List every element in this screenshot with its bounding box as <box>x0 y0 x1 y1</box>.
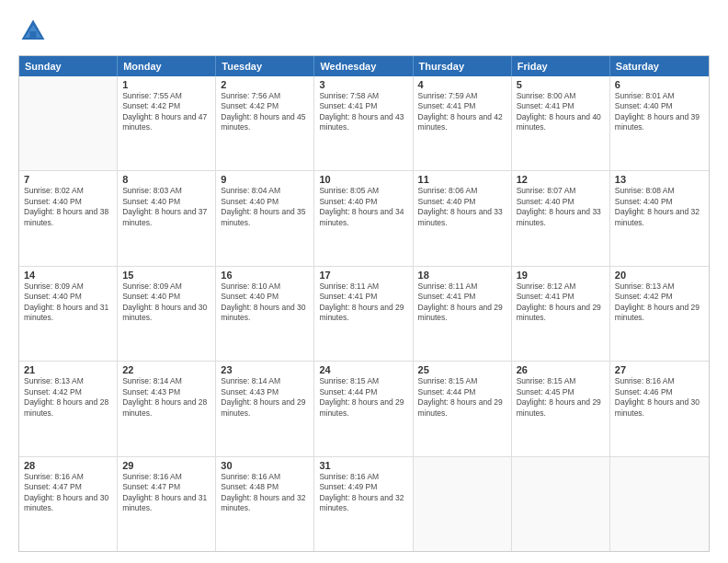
header <box>18 17 710 46</box>
header-day-thursday: Thursday <box>414 56 512 76</box>
day-cell-20: 20Sunrise: 8:13 AMSunset: 4:42 PMDayligh… <box>610 267 709 361</box>
day-number: 21 <box>24 364 112 375</box>
day-number: 3 <box>319 79 407 90</box>
day-info: Sunrise: 8:09 AMSunset: 4:40 PMDaylight:… <box>122 282 210 324</box>
day-number: 27 <box>615 364 704 375</box>
day-cell-13: 13Sunrise: 8:08 AMSunset: 4:40 PMDayligh… <box>610 171 709 265</box>
day-cell-1: 1Sunrise: 7:55 AMSunset: 4:42 PMDaylight… <box>118 76 216 170</box>
empty-cell <box>610 457 709 551</box>
day-number: 25 <box>418 364 506 375</box>
empty-cell <box>414 457 512 551</box>
calendar-row-1: 1Sunrise: 7:55 AMSunset: 4:42 PMDaylight… <box>19 76 709 170</box>
day-cell-19: 19Sunrise: 8:12 AMSunset: 4:41 PMDayligh… <box>512 267 610 361</box>
day-cell-8: 8Sunrise: 8:03 AMSunset: 4:40 PMDaylight… <box>118 171 216 265</box>
day-cell-3: 3Sunrise: 7:58 AMSunset: 4:41 PMDaylight… <box>314 76 413 170</box>
day-info: Sunrise: 7:55 AMSunset: 4:42 PMDaylight:… <box>122 91 210 133</box>
day-number: 10 <box>319 174 407 185</box>
day-number: 15 <box>122 270 210 281</box>
day-number: 4 <box>418 79 506 90</box>
day-info: Sunrise: 8:16 AMSunset: 4:47 PMDaylight:… <box>24 472 112 514</box>
day-info: Sunrise: 8:14 AMSunset: 4:43 PMDaylight:… <box>221 376 309 419</box>
day-info: Sunrise: 8:06 AMSunset: 4:40 PMDaylight:… <box>418 186 506 228</box>
day-cell-18: 18Sunrise: 8:11 AMSunset: 4:41 PMDayligh… <box>414 267 512 361</box>
day-info: Sunrise: 8:03 AMSunset: 4:40 PMDaylight:… <box>122 186 210 228</box>
day-info: Sunrise: 7:58 AMSunset: 4:41 PMDaylight:… <box>319 91 407 133</box>
day-info: Sunrise: 8:16 AMSunset: 4:47 PMDaylight:… <box>122 472 210 514</box>
calendar-row-2: 7Sunrise: 8:02 AMSunset: 4:40 PMDaylight… <box>19 170 709 265</box>
day-cell-2: 2Sunrise: 7:56 AMSunset: 4:42 PMDaylight… <box>216 76 314 170</box>
day-info: Sunrise: 8:05 AMSunset: 4:40 PMDaylight:… <box>319 186 407 228</box>
day-info: Sunrise: 8:11 AMSunset: 4:41 PMDaylight:… <box>418 282 506 324</box>
day-info: Sunrise: 7:59 AMSunset: 4:41 PMDaylight:… <box>418 91 506 133</box>
day-info: Sunrise: 8:16 AMSunset: 4:48 PMDaylight:… <box>221 472 309 514</box>
day-cell-31: 31Sunrise: 8:16 AMSunset: 4:49 PMDayligh… <box>314 457 413 551</box>
calendar-header: SundayMondayTuesdayWednesdayThursdayFrid… <box>19 56 709 76</box>
day-info: Sunrise: 8:02 AMSunset: 4:40 PMDaylight:… <box>24 186 112 228</box>
day-cell-9: 9Sunrise: 8:04 AMSunset: 4:40 PMDaylight… <box>216 171 314 265</box>
day-info: Sunrise: 8:09 AMSunset: 4:40 PMDaylight:… <box>24 282 112 324</box>
day-number: 11 <box>418 174 506 185</box>
day-info: Sunrise: 8:08 AMSunset: 4:40 PMDaylight:… <box>615 186 704 228</box>
day-number: 1 <box>122 79 210 90</box>
day-cell-4: 4Sunrise: 7:59 AMSunset: 4:41 PMDaylight… <box>414 76 512 170</box>
day-info: Sunrise: 7:56 AMSunset: 4:42 PMDaylight:… <box>221 91 309 133</box>
day-cell-12: 12Sunrise: 8:07 AMSunset: 4:40 PMDayligh… <box>512 171 610 265</box>
day-info: Sunrise: 8:15 AMSunset: 4:45 PMDaylight:… <box>517 376 605 419</box>
empty-cell <box>512 457 610 551</box>
day-cell-23: 23Sunrise: 8:14 AMSunset: 4:43 PMDayligh… <box>216 362 314 455</box>
day-info: Sunrise: 8:16 AMSunset: 4:46 PMDaylight:… <box>615 376 704 419</box>
empty-cell <box>19 76 118 170</box>
day-number: 16 <box>221 270 309 281</box>
day-number: 18 <box>418 270 506 281</box>
svg-rect-2 <box>29 31 36 40</box>
day-number: 8 <box>122 174 210 185</box>
day-cell-16: 16Sunrise: 8:10 AMSunset: 4:40 PMDayligh… <box>216 267 314 361</box>
header-day-saturday: Saturday <box>610 56 709 76</box>
day-info: Sunrise: 8:12 AMSunset: 4:41 PMDaylight:… <box>517 282 605 324</box>
day-info: Sunrise: 8:07 AMSunset: 4:40 PMDaylight:… <box>517 186 605 228</box>
day-number: 31 <box>319 460 407 471</box>
day-info: Sunrise: 8:16 AMSunset: 4:49 PMDaylight:… <box>319 472 407 514</box>
day-info: Sunrise: 8:15 AMSunset: 4:44 PMDaylight:… <box>319 376 407 419</box>
day-cell-14: 14Sunrise: 8:09 AMSunset: 4:40 PMDayligh… <box>19 267 118 361</box>
day-number: 29 <box>122 460 210 471</box>
day-number: 28 <box>24 460 112 471</box>
header-day-sunday: Sunday <box>19 56 118 76</box>
day-cell-21: 21Sunrise: 8:13 AMSunset: 4:42 PMDayligh… <box>19 362 118 455</box>
day-cell-24: 24Sunrise: 8:15 AMSunset: 4:44 PMDayligh… <box>314 362 413 455</box>
day-info: Sunrise: 8:13 AMSunset: 4:42 PMDaylight:… <box>24 376 112 419</box>
day-number: 13 <box>615 174 704 185</box>
day-info: Sunrise: 8:01 AMSunset: 4:40 PMDaylight:… <box>615 91 704 133</box>
day-cell-27: 27Sunrise: 8:16 AMSunset: 4:46 PMDayligh… <box>610 362 709 455</box>
day-cell-30: 30Sunrise: 8:16 AMSunset: 4:48 PMDayligh… <box>216 457 314 551</box>
day-cell-7: 7Sunrise: 8:02 AMSunset: 4:40 PMDaylight… <box>19 171 118 265</box>
day-info: Sunrise: 8:15 AMSunset: 4:44 PMDaylight:… <box>418 376 506 419</box>
logo-icon <box>18 17 48 46</box>
day-cell-10: 10Sunrise: 8:05 AMSunset: 4:40 PMDayligh… <box>314 171 413 265</box>
day-cell-22: 22Sunrise: 8:14 AMSunset: 4:43 PMDayligh… <box>118 362 216 455</box>
day-number: 30 <box>221 460 309 471</box>
calendar-row-5: 28Sunrise: 8:16 AMSunset: 4:47 PMDayligh… <box>19 456 709 551</box>
day-number: 22 <box>122 364 210 375</box>
header-day-monday: Monday <box>118 56 216 76</box>
day-cell-26: 26Sunrise: 8:15 AMSunset: 4:45 PMDayligh… <box>512 362 610 455</box>
page: SundayMondayTuesdayWednesdayThursdayFrid… <box>0 0 728 563</box>
day-number: 14 <box>24 270 112 281</box>
calendar: SundayMondayTuesdayWednesdayThursdayFrid… <box>18 55 710 552</box>
day-cell-5: 5Sunrise: 8:00 AMSunset: 4:41 PMDaylight… <box>512 76 610 170</box>
day-cell-25: 25Sunrise: 8:15 AMSunset: 4:44 PMDayligh… <box>414 362 512 455</box>
day-number: 7 <box>24 174 112 185</box>
day-number: 9 <box>221 174 309 185</box>
day-number: 20 <box>615 270 704 281</box>
day-cell-29: 29Sunrise: 8:16 AMSunset: 4:47 PMDayligh… <box>118 457 216 551</box>
day-cell-17: 17Sunrise: 8:11 AMSunset: 4:41 PMDayligh… <box>314 267 413 361</box>
day-number: 2 <box>221 79 309 90</box>
header-day-friday: Friday <box>512 56 610 76</box>
day-number: 17 <box>319 270 407 281</box>
day-info: Sunrise: 8:11 AMSunset: 4:41 PMDaylight:… <box>319 282 407 324</box>
day-number: 19 <box>517 270 605 281</box>
day-info: Sunrise: 8:10 AMSunset: 4:40 PMDaylight:… <box>221 282 309 324</box>
day-info: Sunrise: 8:00 AMSunset: 4:41 PMDaylight:… <box>517 91 605 133</box>
day-cell-15: 15Sunrise: 8:09 AMSunset: 4:40 PMDayligh… <box>118 267 216 361</box>
header-day-tuesday: Tuesday <box>216 56 314 76</box>
